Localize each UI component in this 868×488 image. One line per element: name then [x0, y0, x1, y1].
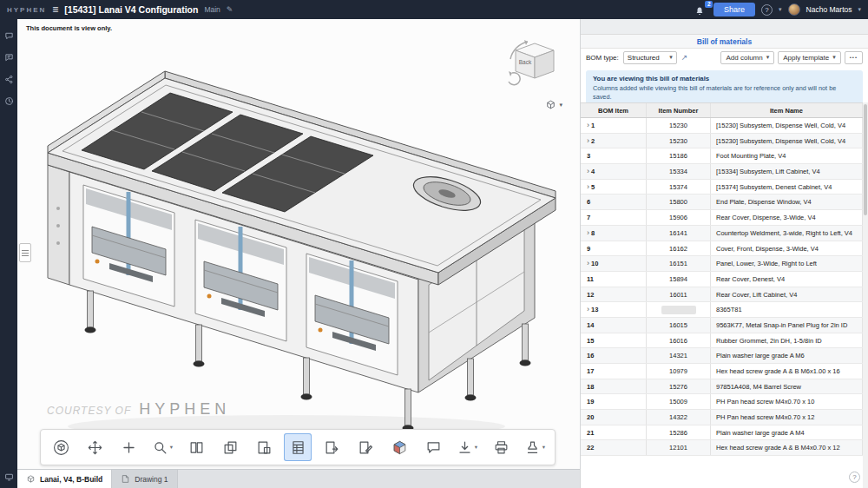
rename-icon[interactable]: ✎ — [227, 5, 233, 14]
tab-lanai-v4-b-build[interactable]: Lanai, V4, B-Build — [17, 470, 112, 488]
column-header[interactable]: BOM Item — [581, 103, 647, 117]
table-row[interactable]: 2014322PH Pan head screw M4x0.70 x 12 — [581, 410, 863, 425]
table-row[interactable]: 181527697851A408, M4 Barrel Screw — [581, 379, 863, 395]
bom-button[interactable] — [284, 433, 312, 461]
view-cube[interactable]: Back — [502, 31, 568, 97]
assembly-tab-icon — [26, 474, 36, 484]
model-viewport[interactable] — [17, 33, 580, 441]
move-tool-button[interactable] — [81, 433, 108, 461]
expand-chevron-icon[interactable]: › — [587, 182, 589, 191]
tab-drawing-1[interactable]: Drawing 1 — [112, 470, 177, 488]
table-row[interactable]: ›816141Countertop Weldment, 3-wide, Righ… — [581, 226, 863, 241]
bom-item-cell: 19 — [581, 394, 647, 409]
bom-type-select[interactable]: Structured ▾ — [623, 51, 677, 64]
add-column-button[interactable]: Add column ▾ — [720, 51, 774, 64]
add-column-label: Add column — [726, 54, 762, 62]
column-header[interactable]: Item Name — [711, 103, 863, 117]
appearance-button[interactable] — [385, 433, 413, 461]
item-name-cell: End Plate, Dispense Window, V4 — [711, 195, 863, 209]
view-only-bom-notice: You are viewing this bill of materials C… — [586, 70, 863, 106]
model-canvas[interactable]: This document is view only. — [17, 19, 580, 469]
open-bom-external-icon[interactable]: ↗ — [681, 54, 688, 62]
notifications-button[interactable]: 2 — [694, 4, 707, 16]
stacked-sheets-icon — [222, 439, 239, 456]
table-row[interactable]: 315186Foot Mounting Plate, V4 — [581, 148, 863, 164]
avatar[interactable] — [788, 3, 800, 16]
watermark-brand: HYPHEN — [139, 400, 230, 419]
isometric-view-button[interactable] — [47, 433, 75, 461]
table-row[interactable]: ›115230[15230] Subsystem, Dispense Well,… — [581, 118, 863, 134]
scrollbar-thumb[interactable] — [864, 104, 867, 215]
pan-tool-button[interactable] — [115, 433, 142, 461]
table-row[interactable]: ›138365T81 — [581, 302, 863, 318]
parts-list-button[interactable] — [182, 433, 210, 461]
view-settings-button[interactable]: ▾ — [545, 99, 562, 110]
expand-chevron-icon[interactable]: › — [587, 121, 589, 129]
bom-scrollbar[interactable] — [863, 102, 868, 488]
tab-bar-tabs: Lanai, V4, B-BuildDrawing 1 — [17, 469, 580, 488]
expand-chevron-icon[interactable]: › — [587, 259, 589, 267]
table-row[interactable]: 1516016Rubber Grommet, 2in DH, 1-5/8in I… — [581, 333, 863, 349]
branch-name[interactable]: Main — [204, 5, 220, 14]
stamp-button[interactable]: ▾ — [521, 433, 549, 461]
table-row[interactable]: 1115894Rear Cover, Denest, V4 — [581, 272, 863, 287]
bom-item-cell: 14 — [581, 318, 647, 333]
table-row[interactable]: ›515374[15374] Subsystem, Denest Cabinet… — [581, 180, 863, 195]
share-link-button[interactable] — [3, 73, 15, 85]
expand-chevron-icon[interactable]: › — [587, 167, 589, 175]
comments-button[interactable] — [3, 30, 15, 42]
share-button[interactable]: Share — [713, 3, 755, 16]
notice-title: You are viewing this bill of materials — [593, 75, 856, 82]
bom-item-number: 4 — [591, 168, 595, 175]
table-row[interactable]: ›415334[15334] Subsystem, Lift Cabinet, … — [581, 164, 863, 180]
main-menu-button[interactable]: ≡ — [52, 4, 58, 15]
bom-item-number: 14 — [587, 321, 594, 329]
expand-chevron-icon[interactable]: › — [587, 305, 589, 313]
bom-item-number: 3 — [587, 152, 590, 160]
table-row[interactable]: 1710979Hex head screw grade A & B M6x1.0… — [581, 364, 863, 379]
table-row[interactable]: 1216011Rear Cover, Lift Cabinet, V4 — [581, 287, 863, 303]
markup-button[interactable] — [352, 433, 379, 461]
print-button[interactable] — [487, 433, 515, 461]
help-button[interactable]: ? — [761, 4, 773, 16]
item-number-cell: 10979 — [647, 364, 711, 379]
bom-item-cell: 11 — [581, 272, 647, 287]
table-row[interactable]: 615800End Plate, Dispense Window, V4 — [581, 195, 863, 210]
zoom-tool-button[interactable]: ▾ — [148, 433, 176, 461]
feedback-icon — [4, 472, 14, 482]
table-row[interactable]: 916162Cover, Front, Dispense, 3-Wide, V4 — [581, 241, 863, 257]
messages-button[interactable] — [3, 51, 15, 63]
more-options-button[interactable]: ••• — [845, 51, 863, 64]
table-row[interactable]: 2212101Hex head screw grade A & B M4x0.7… — [581, 440, 863, 456]
viewcube-face-label[interactable]: Back — [519, 59, 532, 65]
bom-item-number: 21 — [587, 429, 594, 437]
bom-item-number: 16 — [587, 352, 594, 359]
table-row[interactable]: 1915009PH Pan head screw M4x0.70 x 10 — [581, 394, 863, 410]
bom-item-cell: ›2 — [581, 134, 647, 148]
comment-button[interactable] — [419, 433, 447, 461]
table-row[interactable]: 715906Rear Cover, Dispense, 3-Wide, V4 — [581, 210, 863, 226]
table-row[interactable]: 14160159563K77, Metal Snap-in Panel Plug… — [581, 318, 863, 333]
table-row[interactable]: ›215230[15230] Subsystem, Dispense Well,… — [581, 134, 863, 149]
apply-template-button[interactable]: Apply template ▾ — [778, 51, 840, 64]
user-menu-caret-icon[interactable]: ▾ — [858, 6, 861, 13]
feature-list-toggle[interactable] — [19, 243, 31, 262]
table-row[interactable]: 2115286Plain washer large grade A M4 — [581, 425, 863, 441]
named-views-button[interactable] — [250, 433, 278, 461]
column-header[interactable]: Item Number — [647, 103, 711, 117]
drawing-tab-icon — [121, 474, 130, 484]
download-button[interactable]: ▾ — [453, 433, 481, 461]
table-row[interactable]: ›1016151Panel, Lower, 3-Wide, Right to L… — [581, 256, 863, 272]
export-view-button[interactable] — [318, 433, 345, 461]
bom-item-cell: 20 — [581, 410, 647, 425]
watermark-prefix: COURTESY OF — [47, 405, 131, 417]
versions-history-button[interactable] — [3, 95, 15, 107]
table-row[interactable]: 1614321Plain washer large grade A M6 — [581, 348, 863, 364]
feedback-button[interactable] — [3, 471, 15, 483]
sheets-button[interactable] — [216, 433, 244, 461]
expand-chevron-icon[interactable]: › — [587, 228, 589, 237]
panel-help-button[interactable]: ? — [849, 472, 860, 483]
expand-chevron-icon[interactable]: › — [587, 136, 589, 145]
notice-body: Columns added while viewing this bill of… — [593, 84, 856, 102]
help-caret-icon[interactable]: ▾ — [779, 6, 782, 13]
